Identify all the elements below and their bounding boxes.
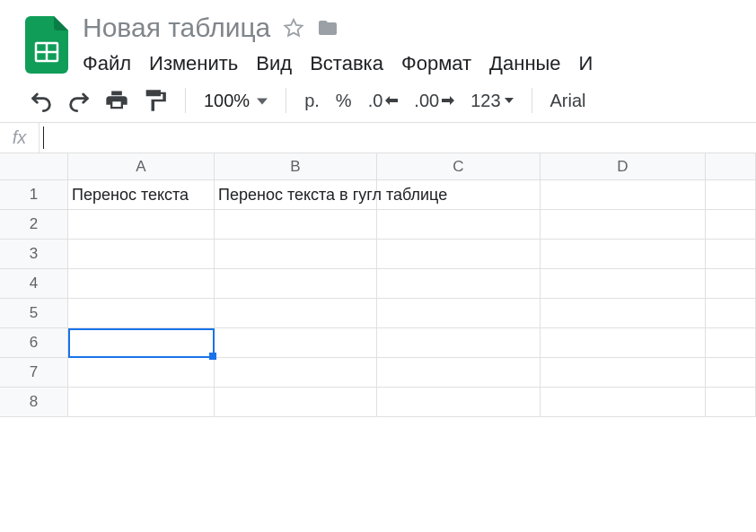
print-icon[interactable] (104, 88, 129, 113)
menu-edit[interactable]: Изменить (149, 52, 238, 75)
cell-A2[interactable] (68, 210, 215, 240)
col-header-E[interactable] (706, 153, 756, 180)
cell-B6[interactable] (215, 328, 377, 358)
cell-A5[interactable] (68, 299, 215, 328)
sheet-grid: A B C D 1 Перенос текста Перенос текста … (0, 153, 756, 417)
paint-format-icon[interactable] (142, 88, 167, 113)
col-header-B[interactable]: B (215, 153, 377, 180)
cell-B5[interactable] (215, 299, 377, 328)
format-dec-decrease[interactable]: .0 (368, 91, 399, 111)
menu-insert[interactable]: Вставка (310, 52, 383, 75)
row-header-5[interactable]: 5 (0, 299, 68, 328)
cell-C5[interactable] (377, 299, 541, 328)
cell-D7[interactable] (541, 358, 706, 388)
col-header-D[interactable]: D (541, 153, 706, 180)
menu-view[interactable]: Вид (256, 52, 292, 75)
cell-E2[interactable] (706, 210, 756, 240)
font-family-dropdown[interactable]: Arial (550, 91, 586, 111)
cell-C6[interactable] (377, 328, 541, 358)
menu-bar: Файл Изменить Вид Вставка Формат Данные … (83, 48, 593, 75)
cell-A1[interactable]: Перенос текста (68, 180, 215, 210)
dec-increase-label: .00 (414, 91, 439, 111)
col-header-A[interactable]: A (68, 153, 215, 180)
menu-more[interactable]: И (579, 52, 593, 75)
col-header-C[interactable]: C (377, 153, 541, 180)
redo-icon[interactable] (66, 88, 92, 113)
cell-E6[interactable] (706, 328, 756, 358)
cell-E8[interactable] (706, 388, 756, 417)
cell-D8[interactable] (541, 388, 706, 417)
formula-input[interactable] (44, 123, 756, 153)
menu-format[interactable]: Формат (401, 52, 471, 75)
folder-icon[interactable] (317, 17, 338, 39)
cell-A7[interactable] (68, 358, 215, 388)
cell-D5[interactable] (541, 299, 706, 328)
format-dec-increase[interactable]: .00 (414, 91, 454, 111)
format-currency[interactable]: р. (304, 91, 320, 111)
cell-E4[interactable] (706, 269, 756, 299)
cell-D1[interactable] (541, 180, 706, 210)
toolbar-separator (286, 88, 286, 113)
row-header-7[interactable]: 7 (0, 358, 68, 388)
star-icon[interactable] (283, 17, 304, 39)
menu-file[interactable]: Файл (83, 52, 131, 75)
cell-C3[interactable] (377, 240, 541, 269)
cell-E5[interactable] (706, 299, 756, 328)
cell-D4[interactable] (541, 269, 706, 299)
cell-D3[interactable] (541, 240, 706, 269)
cell-C4[interactable] (377, 269, 541, 299)
row-header-3[interactable]: 3 (0, 240, 68, 269)
cell-D6[interactable] (541, 328, 706, 358)
cell-C8[interactable] (377, 388, 541, 417)
cell-A4[interactable] (68, 269, 215, 299)
zoom-value: 100% (204, 91, 250, 111)
cell-B4[interactable] (215, 269, 377, 299)
row-header-1[interactable]: 1 (0, 180, 68, 210)
cell-B3[interactable] (215, 240, 377, 269)
cell-C7[interactable] (377, 358, 541, 388)
cell-E1[interactable] (706, 180, 756, 210)
cell-A6[interactable] (68, 328, 215, 358)
cell-B7[interactable] (215, 358, 377, 388)
toolbar-separator (532, 88, 532, 113)
cell-E3[interactable] (706, 240, 756, 269)
caret-down-icon (257, 91, 268, 111)
menu-data[interactable]: Данные (489, 52, 560, 75)
cell-E7[interactable] (706, 358, 756, 388)
cell-B8[interactable] (215, 388, 377, 417)
formula-bar: fx (0, 123, 756, 153)
cell-C2[interactable] (377, 210, 541, 240)
cell-B1-content: Перенос текста в гугл таблице (218, 186, 447, 205)
format-percent[interactable]: % (336, 91, 352, 111)
doc-title[interactable]: Новая таблица (83, 13, 270, 43)
fx-label: fx (0, 123, 40, 153)
row-header-4[interactable]: 4 (0, 269, 68, 299)
zoom-dropdown[interactable]: 100% (204, 91, 268, 111)
dec-decrease-label: .0 (368, 91, 383, 111)
toolbar: 100% р. % .0 .00 123 Arial (0, 75, 756, 123)
format-number-dropdown[interactable]: 123 (470, 91, 513, 111)
svg-marker-3 (286, 20, 303, 36)
cell-D2[interactable] (541, 210, 706, 240)
cell-B2[interactable] (215, 210, 377, 240)
select-all-corner[interactable] (0, 153, 68, 180)
cell-B1[interactable]: Перенос текста в гугл таблице (215, 180, 377, 210)
cell-A3[interactable] (68, 240, 215, 269)
sheets-logo-icon[interactable] (25, 16, 68, 74)
format-number-label: 123 (470, 91, 500, 111)
undo-icon[interactable] (29, 88, 54, 113)
row-header-8[interactable]: 8 (0, 388, 68, 417)
toolbar-separator (185, 88, 186, 113)
row-header-6[interactable]: 6 (0, 328, 68, 358)
row-header-2[interactable]: 2 (0, 210, 68, 240)
cell-A8[interactable] (68, 388, 215, 417)
